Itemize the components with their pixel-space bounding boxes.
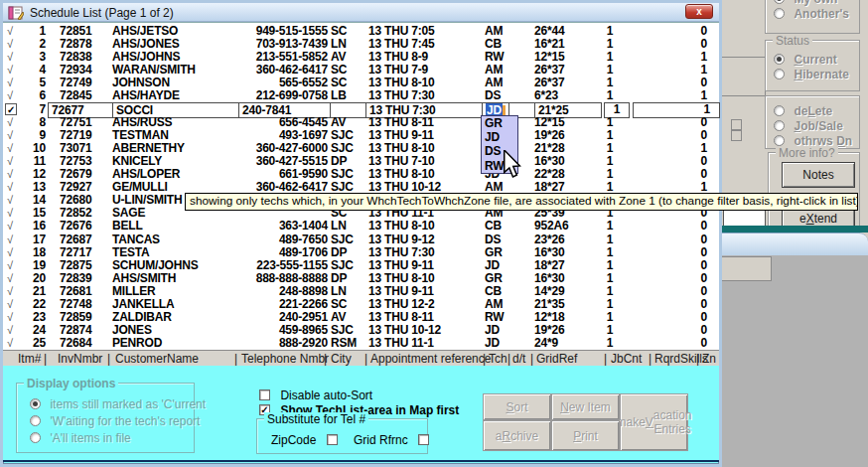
table-row[interactable]: √ 10 73071 ABERNETHY 360-427-6000 SJC 13…: [3, 142, 719, 155]
cell-appointment: 13 THU 9-11: [368, 129, 434, 142]
cell-gridref: 19*26: [534, 129, 564, 142]
column-header[interactable]: |: [44, 352, 47, 366]
table-row[interactable]: √ 16 72676 BELL 363-1404 LN 13 THU 8-10 …: [3, 220, 719, 233]
cell-itm: 18: [22, 246, 46, 259]
substitute-checkbox[interactable]: ZipCode: [271, 430, 338, 445]
column-header[interactable]: |: [530, 352, 533, 366]
cell-tch: JD: [485, 337, 500, 350]
mouse-cursor-icon: [502, 150, 523, 184]
cell-gridref: 21*28: [534, 142, 564, 155]
action-radio-option[interactable]: Job/Sale: [774, 116, 857, 131]
table-row[interactable]: √ 19 72875 SCHUM/JOHNS 223-555-1155 SJC …: [3, 259, 719, 272]
substitute-group: Substitute for Tel # ZipCode Grid Rfrnc: [256, 418, 428, 454]
column-header[interactable]: InvNmbr: [58, 352, 102, 366]
table-row[interactable]: √ 20 72839 AHS/SMITH 888-888-8888 DP 13 …: [3, 272, 719, 285]
cell-invnmbr: 72719: [60, 129, 91, 142]
cell-gridref: 23*26: [534, 234, 564, 246]
cell-itm: 16: [22, 220, 46, 233]
cell-tch: DS: [485, 234, 501, 246]
table-row[interactable]: √ 25 72684 PENROD 888-2920 RSM 13 THU 11…: [3, 337, 719, 350]
close-icon[interactable]: x: [685, 4, 713, 19]
column-header[interactable]: |: [364, 352, 367, 366]
background-spin-down: [731, 130, 742, 141]
display-option-radio[interactable]: 'A'll items in file: [30, 428, 192, 445]
column-header[interactable]: Telephone Nmbr: [241, 352, 329, 366]
print-button[interactable]: Print: [551, 420, 620, 451]
owner-radio-option[interactable]: Another's: [774, 4, 857, 19]
title-bar[interactable]: Schedule List (Page 1 of 2) x: [3, 3, 719, 22]
column-header-bar: Itm#|InvNmbr|CustomerName|Telephone Nmbr…: [3, 350, 719, 366]
action-radio-option[interactable]: deLete: [774, 101, 857, 116]
sort-button[interactable]: Sort: [483, 393, 551, 420]
column-header[interactable]: JbCnt: [611, 352, 642, 366]
row-checkmark-icon: √: [7, 285, 13, 298]
cell-jbcnt: 1: [598, 246, 622, 259]
column-header[interactable]: |: [649, 352, 651, 366]
column-header[interactable]: City: [331, 352, 352, 366]
schedule-list-dialog: Schedule List (Page 1 of 2) x √ 1 72851 …: [0, 0, 722, 467]
radio-icon: [774, 69, 785, 79]
action-radio-option[interactable]: othrws Dn: [774, 131, 857, 146]
archive-button[interactable]: aRchive: [483, 420, 551, 451]
column-header[interactable]: Zn: [702, 352, 716, 366]
column-header[interactable]: CustomerName: [115, 352, 199, 366]
radio-icon: [774, 120, 785, 131]
column-header[interactable]: d/t: [512, 352, 525, 366]
column-header[interactable]: GridRef: [536, 352, 577, 366]
edit-row[interactable]: ✓ 7 72677 SOCCI 240-7841 13 THU 7:30 JD …: [3, 103, 719, 116]
column-header[interactable]: |: [234, 352, 237, 366]
column-header[interactable]: Appointment reference: [370, 352, 491, 366]
cell-itm: 8: [22, 116, 46, 129]
cell-jbcnt: 1: [598, 285, 622, 298]
cell-city: RSM: [331, 337, 357, 350]
more-info-group-label: More info?: [776, 146, 838, 160]
option-checkbox[interactable]: Disable auto-Sort: [259, 386, 459, 400]
radio-icon: [30, 398, 41, 409]
row-checkmark-icon: √: [7, 207, 13, 220]
table-row[interactable]: √ 8 72751 AHS/RUSS 656-4545 AV 13 THU 8-…: [3, 116, 719, 129]
radio-icon: [774, 8, 785, 19]
cell-customer: ABERNETHY: [112, 142, 185, 155]
row-checkmark-icon: √: [7, 259, 13, 272]
display-option-radio[interactable]: 'W'aiting for the tech's report: [30, 411, 192, 428]
cell-invnmbr: 73071: [60, 142, 91, 155]
cell-tch: GR: [485, 246, 503, 259]
table-row[interactable]: √ 9 72719 TESTMAN 493-1697 SJC 13 THU 9-…: [3, 129, 719, 142]
column-header[interactable]: |: [507, 352, 510, 366]
cell-zn: 0: [689, 337, 707, 350]
make-vacation-entries-button[interactable]: make Vacation Entries: [620, 393, 688, 451]
column-header[interactable]: |: [483, 352, 486, 366]
column-header[interactable]: |: [324, 352, 327, 366]
tech-dropdown-item[interactable]: GR: [482, 116, 517, 130]
column-header[interactable]: Tch: [489, 352, 507, 366]
row-checkmark-icon: √: [7, 116, 13, 129]
notes-button[interactable]: Notes: [782, 162, 855, 188]
column-header[interactable]: RqrdSkills: [654, 352, 708, 366]
cell-itm: 9: [22, 129, 46, 142]
options-panel: Display options items still marked as 'C…: [3, 366, 719, 462]
window-title: Schedule List (Page 1 of 2): [30, 6, 174, 20]
column-header[interactable]: |: [696, 352, 699, 366]
column-header[interactable]: Itm#: [18, 352, 41, 366]
status-radio-option[interactable]: Current: [774, 50, 857, 65]
cell-itm: 6: [22, 89, 46, 102]
row-checkbox[interactable]: ✓: [5, 103, 17, 115]
display-options-group: Display options items still marked as 'C…: [16, 383, 195, 453]
cell-gridref: 12*15: [534, 116, 564, 129]
cell-customer: BELL: [112, 220, 143, 233]
substitute-checkbox[interactable]: Grid Rfrnc: [354, 430, 429, 445]
status-radio-option[interactable]: Hibernate: [774, 65, 857, 79]
background-lower-area: [722, 255, 868, 467]
table-row[interactable]: √ 21 72681 MILLER 248-8898 LN 13 THU 9-1…: [3, 285, 719, 298]
cell-customer: MILLER: [112, 285, 155, 298]
tech-dropdown-item[interactable]: JD: [482, 130, 517, 144]
cell-customer: TESTA: [112, 246, 149, 259]
table-row[interactable]: √ 17 72687 TANCAS 489-7650 SJC 13 THU 9-…: [3, 234, 719, 246]
table-row[interactable]: √ 18 72717 TESTA 489-1706 DP 13 THU 7:30…: [3, 246, 719, 259]
column-header[interactable]: |: [107, 352, 110, 366]
display-option-radio[interactable]: items still marked as 'C'urrent: [30, 394, 192, 411]
column-header[interactable]: |: [604, 352, 607, 366]
cell-appointment: 13 THU 9-12: [368, 234, 435, 246]
new-item-button[interactable]: New Item: [551, 393, 620, 420]
cell-itm: 19: [22, 259, 46, 272]
